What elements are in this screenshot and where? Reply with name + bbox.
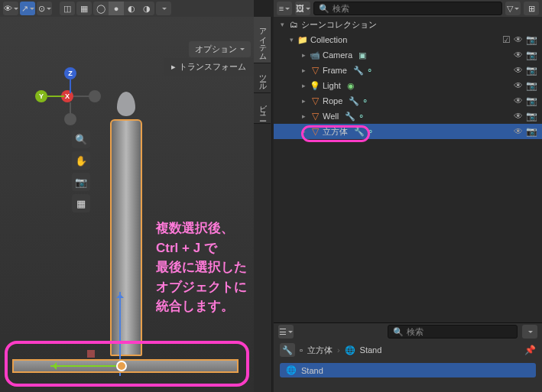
nav-gizmo[interactable]: Z Y X: [40, 70, 101, 131]
axis-neg-handle-1[interactable]: [89, 90, 101, 102]
shading-options-dropdown[interactable]: [156, 2, 171, 15]
eye-icon[interactable]: 👁: [514, 111, 523, 121]
outliner-row-frame[interactable]: ▸ ▽ Frame 🔧⚬ 👁📷: [274, 63, 542, 78]
modifier-icon[interactable]: 🔧: [349, 96, 359, 106]
eye-icon[interactable]: 👁: [514, 50, 523, 60]
outliner-panel: ▾ 🗂 シーンコレクション ▾ 📁 Collection ☑👁📷 ▸ 📹 Cam…: [274, 17, 542, 322]
particle-icon[interactable]: ⚬: [362, 96, 368, 106]
checkbox-icon[interactable]: ☑: [502, 34, 511, 45]
camera-icon[interactable]: 📷: [526, 50, 537, 60]
camera-tool[interactable]: 📷: [72, 173, 90, 191]
move-gizmo-x[interactable]: [50, 365, 125, 367]
display-mode-dropdown[interactable]: 🖼: [295, 2, 310, 15]
camera-icon[interactable]: 📷: [526, 34, 537, 45]
viewport-tools: 🔍 ✋ 📷 ▦: [72, 130, 90, 212]
shading-wire-icon[interactable]: ◯: [93, 2, 109, 15]
filter-dropdown[interactable]: ▽: [505, 2, 521, 15]
search-placeholder: 検索: [333, 3, 349, 15]
tab-view[interactable]: ビュー: [254, 93, 271, 124]
3d-viewport[interactable]: オプション ▸ トランスフォーム Z Y X 🔍 ✋ 📷 ▦ 複数選択後、 Ct…: [0, 17, 254, 392]
chevron-right-icon[interactable]: ▸: [298, 97, 309, 105]
chevron-right-icon[interactable]: ▸: [298, 51, 309, 59]
modifier-icon[interactable]: 🔧: [353, 66, 364, 76]
outliner-collection-row[interactable]: ▾ 📁 Collection ☑👁📷: [274, 32, 542, 47]
modifier-name-field[interactable]: 🌐 Stand: [280, 363, 536, 377]
scene-icon: 🗂: [287, 18, 300, 31]
particle-icon[interactable]: ⚬: [358, 112, 365, 121]
outliner-row-rope[interactable]: ▸ ▽ Rope 🔧⚬ 👁📷: [274, 93, 542, 109]
props-options-dropdown[interactable]: [522, 325, 537, 339]
outliner-row-camera[interactable]: ▸ 📹 Camera ▣ 👁📷: [274, 47, 542, 63]
shading-solid-icon[interactable]: ●: [109, 2, 124, 15]
editor-type-dropdown[interactable]: ≡: [277, 2, 292, 15]
pivot-dropdown[interactable]: ⊙: [37, 2, 52, 15]
camera-icon[interactable]: 📷: [526, 96, 537, 106]
outliner-search-input[interactable]: 🔍 検索: [313, 2, 502, 15]
perspective-tool[interactable]: ▦: [72, 194, 90, 212]
outliner-row-light[interactable]: ▸ 💡 Light ◉ 👁📷: [274, 78, 542, 93]
move-gizmo-origin[interactable]: [116, 361, 127, 371]
chevron-down-icon[interactable]: ▾: [277, 21, 287, 28]
transform-orientation-dropdown[interactable]: ↗: [20, 2, 35, 15]
particle-icon[interactable]: ⚬: [366, 66, 373, 76]
globe-icon: 🌐: [345, 345, 355, 355]
interaction-mode-dropdown[interactable]: 👁: [3, 2, 18, 15]
annotation-overlay: 複数選択後、 Ctrl + J で 最後に選択したオブジェクトに 統合します。: [156, 219, 254, 316]
overlay-toggle-2[interactable]: ▦: [76, 2, 92, 15]
search-icon: 🔍: [319, 4, 329, 14]
axis-neg-handle-2[interactable]: [64, 113, 76, 125]
camera-icon[interactable]: 📷: [526, 65, 537, 76]
camera-icon[interactable]: 📷: [526, 126, 537, 137]
camera-data-icon[interactable]: ▣: [359, 50, 366, 60]
properties-panel: ☰ 🔍 検索 🔧 ▫ 立方体 › 🌐 Stand 📌 🌐 Stand: [274, 322, 542, 392]
overlay-toggle-1[interactable]: ◫: [60, 2, 75, 15]
outliner-row-cube[interactable]: ▸ ▽ 立方体 🔧⚬ 👁📷: [274, 124, 542, 139]
outliner-scene-row[interactable]: ▾ 🗂 シーンコレクション: [274, 17, 542, 32]
candle-object[interactable]: [107, 87, 145, 362]
chevron-right-icon[interactable]: ▸: [298, 112, 309, 120]
pin-icon[interactable]: 📌: [524, 345, 536, 355]
mesh-icon: ▽: [309, 64, 321, 76]
shading-matprev-icon[interactable]: ◐: [124, 2, 139, 15]
tab-item[interactable]: アイテム: [254, 17, 271, 63]
tab-tool[interactable]: ツール: [254, 63, 271, 93]
chevron-right-icon[interactable]: ▸: [298, 128, 309, 135]
outliner-header: ≡ 🖼 🔍 検索 ▽ ⊞: [274, 0, 542, 17]
eye-icon[interactable]: 👁: [514, 65, 523, 76]
camera-obj-icon: 📹: [309, 49, 321, 61]
chevron-right-icon[interactable]: ▸: [298, 66, 309, 74]
chevron-down-icon[interactable]: ▾: [286, 36, 297, 44]
collection-icon: 📁: [297, 34, 309, 46]
eye-icon[interactable]: 👁: [514, 96, 523, 106]
options-dropdown[interactable]: オプション: [189, 41, 251, 57]
modifier-icon[interactable]: 🔧: [345, 112, 355, 121]
camera-icon[interactable]: 📷: [526, 80, 537, 91]
chevron-right-icon[interactable]: ▸: [298, 82, 309, 89]
transform-panel-header[interactable]: ▸ トランスフォーム: [164, 58, 254, 76]
breadcrumb: 🔧 ▫ 立方体 › 🌐 Stand 📌: [274, 340, 542, 360]
axis-z-handle[interactable]: Z: [64, 67, 76, 79]
outliner-row-well[interactable]: ▸ ▽ Well 🔧⚬ 👁📷: [274, 109, 542, 124]
shading-render-icon[interactable]: ◑: [139, 2, 154, 15]
crumb-modifier[interactable]: Stand: [360, 345, 382, 355]
crumb-object[interactable]: 立方体: [307, 345, 333, 356]
eye-icon[interactable]: 👁: [514, 80, 523, 91]
modifier-icon[interactable]: 🔧: [354, 127, 365, 137]
modifier-tab-icon[interactable]: 🔧: [280, 343, 295, 357]
props-search-input[interactable]: 🔍 検索: [388, 325, 518, 339]
zoom-tool[interactable]: 🔍: [72, 130, 90, 148]
search-icon: 🔍: [393, 327, 404, 337]
globe-icon: 🌐: [286, 365, 297, 375]
eye-icon[interactable]: 👁: [514, 126, 523, 137]
viewport-header: 👁 ↗ ⊙ ◫ ▦ ◯ ● ◐ ◑: [0, 0, 254, 17]
light-data-icon[interactable]: ◉: [347, 81, 355, 91]
camera-icon[interactable]: 📷: [526, 111, 537, 121]
particle-icon[interactable]: ⚬: [367, 127, 374, 137]
shading-mode-segmented[interactable]: ◯ ● ◐ ◑: [93, 2, 154, 15]
props-editor-dropdown[interactable]: ☰: [278, 325, 294, 339]
eye-icon[interactable]: 👁: [514, 34, 523, 45]
light-obj-icon: 💡: [309, 79, 321, 92]
new-collection-button[interactable]: ⊞: [524, 2, 539, 15]
axis-y-handle[interactable]: Y: [35, 90, 47, 102]
pan-tool[interactable]: ✋: [72, 151, 90, 170]
